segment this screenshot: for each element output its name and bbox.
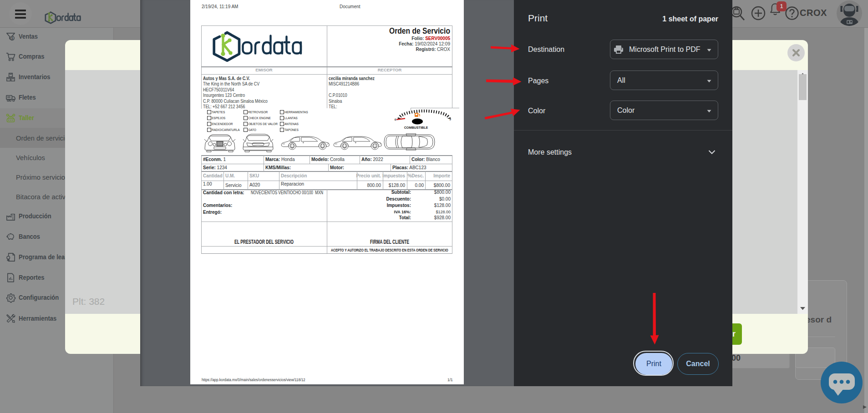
- svg-text:$: $: [11, 36, 14, 40]
- svg-text:COMBUSTIBLE: COMBUSTIBLE: [404, 126, 428, 130]
- svg-text:E: E: [395, 118, 396, 121]
- svg-text:F: F: [450, 118, 452, 121]
